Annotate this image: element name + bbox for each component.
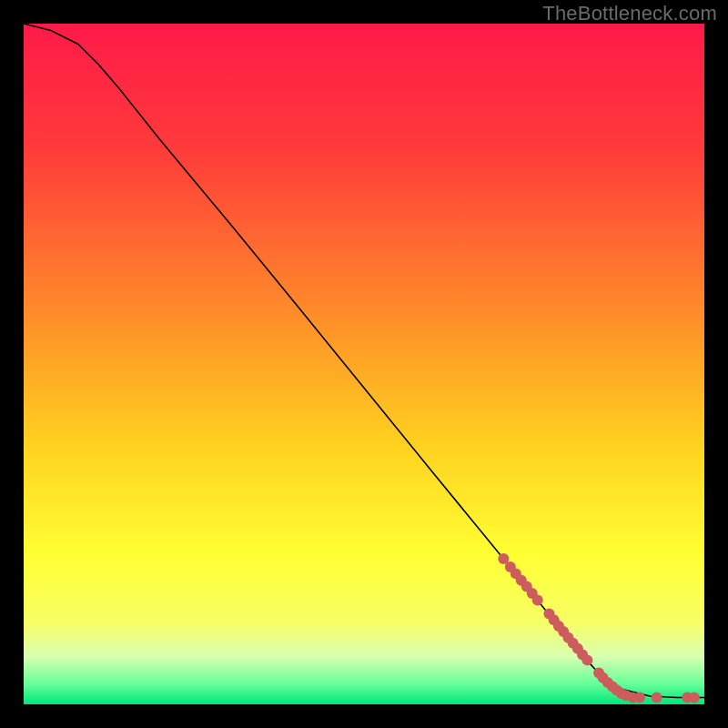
marker-dot: [581, 654, 592, 665]
marker-dot: [689, 693, 700, 703]
marker-dot: [652, 693, 662, 703]
chart-frame: TheBottleneck.com: [0, 0, 728, 728]
plot-svg: [24, 24, 704, 704]
marker-dot: [634, 693, 645, 703]
gradient-background: [24, 24, 704, 704]
marker-dot: [532, 595, 543, 606]
watermark-text: TheBottleneck.com: [542, 2, 717, 25]
plot-area: [24, 24, 704, 704]
